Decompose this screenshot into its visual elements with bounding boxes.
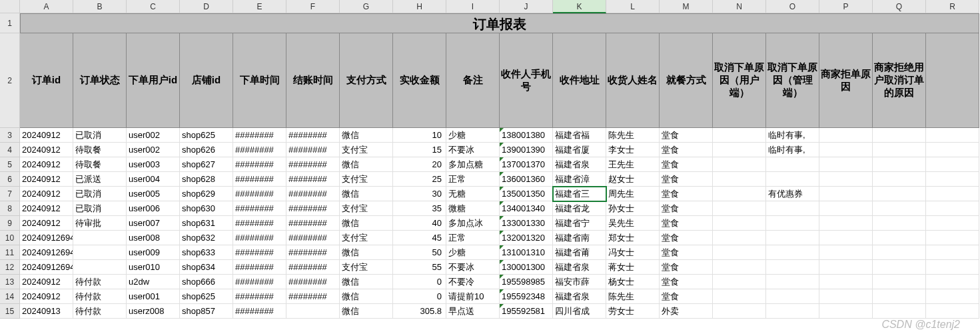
cell-15-D[interactable]: shop857 <box>180 304 233 319</box>
cell-10-F[interactable]: ######## <box>286 231 340 245</box>
cell-3-B[interactable]: 已取消 <box>73 128 127 143</box>
header-cell-4[interactable]: 下单时间 <box>233 33 286 128</box>
cell-14-F[interactable]: ######## <box>286 289 340 304</box>
cell-13-R[interactable] <box>926 275 979 289</box>
column-header-L[interactable]: L <box>606 0 660 13</box>
header-cell-11[interactable]: 收货人姓名 <box>606 33 660 128</box>
cell-3-D[interactable]: shop625 <box>180 128 233 143</box>
cell-5-A[interactable]: 20240912 <box>20 157 73 172</box>
cell-9-M[interactable]: 堂食 <box>660 216 713 231</box>
cell-3-G[interactable]: 微信 <box>340 128 393 143</box>
cell-6-K[interactable]: 福建省漳 <box>553 172 606 187</box>
cell-10-L[interactable]: 郑女士 <box>606 231 660 245</box>
cell-11-L[interactable]: 冯女士 <box>606 245 660 260</box>
cell-3-R[interactable] <box>926 128 979 143</box>
header-cell-15[interactable]: 商家拒单原因 <box>819 33 873 128</box>
cell-5-Q[interactable] <box>873 157 926 172</box>
cell-3-O[interactable]: 临时有事, <box>766 128 819 143</box>
row-header-13[interactable]: 13 <box>0 275 20 289</box>
cell-3-I[interactable]: 少糖 <box>446 128 500 143</box>
cell-12-O[interactable] <box>766 260 819 275</box>
cell-15-C[interactable]: userz008 <box>127 304 180 319</box>
cell-14-Q[interactable] <box>873 289 926 304</box>
cell-14-I[interactable]: 请提前10 <box>446 289 500 304</box>
cell-6-G[interactable]: 支付宝 <box>340 172 393 187</box>
cell-10-I[interactable]: 正常 <box>446 231 500 245</box>
cell-10-C[interactable]: user008 <box>127 231 180 245</box>
column-header-K[interactable]: K <box>553 0 606 13</box>
cell-6-E[interactable]: ######## <box>233 172 286 187</box>
cell-12-I[interactable]: 不要冰 <box>446 260 500 275</box>
cell-4-B[interactable]: 待取餐 <box>73 143 127 157</box>
cell-8-K[interactable]: 福建省龙 <box>553 201 606 216</box>
cell-12-L[interactable]: 蒋女士 <box>606 260 660 275</box>
cell-10-D[interactable]: shop632 <box>180 231 233 245</box>
cell-13-L[interactable]: 杨女士 <box>606 275 660 289</box>
cell-11-E[interactable]: ######## <box>233 245 286 260</box>
cell-12-R[interactable] <box>926 260 979 275</box>
cell-11-C[interactable]: user009 <box>127 245 180 260</box>
cell-14-P[interactable] <box>819 289 873 304</box>
cell-5-I[interactable]: 多加点糖 <box>446 157 500 172</box>
cell-8-A[interactable]: 20240912 <box>20 201 73 216</box>
header-cell-16[interactable]: 商家拒绝用户取消订单的原因 <box>873 33 926 128</box>
cell-9-C[interactable]: user007 <box>127 216 180 231</box>
cell-15-R[interactable] <box>926 304 979 319</box>
cell-9-O[interactable] <box>766 216 819 231</box>
cell-12-A[interactable]: 20240912694cf3e490 <box>20 260 73 275</box>
cell-9-J[interactable]: 133001330 <box>500 216 553 231</box>
header-cell-9[interactable]: 收件人手机号 <box>500 33 553 128</box>
cell-13-F[interactable]: ######## <box>286 275 340 289</box>
row-header-7[interactable]: 7 <box>0 187 20 201</box>
cell-8-P[interactable] <box>819 201 873 216</box>
cell-9-B[interactable]: 待审批 <box>73 216 127 231</box>
cell-10-P[interactable] <box>819 231 873 245</box>
cell-15-H[interactable]: 305.8 <box>393 304 446 319</box>
cell-6-B[interactable]: 已派送 <box>73 172 127 187</box>
cell-6-H[interactable]: 25 <box>393 172 446 187</box>
cell-11-G[interactable]: 微信 <box>340 245 393 260</box>
cell-13-G[interactable]: 微信 <box>340 275 393 289</box>
cell-4-E[interactable]: ######## <box>233 143 286 157</box>
cell-4-A[interactable]: 20240912 <box>20 143 73 157</box>
cell-5-B[interactable]: 待取餐 <box>73 157 127 172</box>
cell-8-O[interactable] <box>766 201 819 216</box>
cell-13-M[interactable]: 堂食 <box>660 275 713 289</box>
cell-12-F[interactable]: ######## <box>286 260 340 275</box>
cell-13-K[interactable]: 福安市薛 <box>553 275 606 289</box>
report-title[interactable]: 订单报表 <box>20 13 979 33</box>
cell-8-D[interactable]: shop630 <box>180 201 233 216</box>
cell-11-D[interactable]: shop633 <box>180 245 233 260</box>
cell-10-G[interactable]: 支付宝 <box>340 231 393 245</box>
cell-8-L[interactable]: 孙女士 <box>606 201 660 216</box>
select-all-corner[interactable] <box>0 0 20 13</box>
cell-10-B[interactable] <box>73 231 127 245</box>
header-cell-13[interactable]: 取消下单原因（用户端） <box>713 33 766 128</box>
column-header-E[interactable]: E <box>233 0 286 13</box>
header-cell-1[interactable]: 订单状态 <box>73 33 127 128</box>
cell-4-M[interactable]: 堂食 <box>660 143 713 157</box>
cell-3-F[interactable]: ######## <box>286 128 340 143</box>
cell-7-B[interactable]: 已取消 <box>73 187 127 201</box>
cell-3-M[interactable]: 堂食 <box>660 128 713 143</box>
column-header-H[interactable]: H <box>393 0 446 13</box>
cell-7-E[interactable]: ######## <box>233 187 286 201</box>
cell-14-H[interactable]: 0 <box>393 289 446 304</box>
cell-6-C[interactable]: user004 <box>127 172 180 187</box>
cell-10-O[interactable] <box>766 231 819 245</box>
header-cell-2[interactable]: 下单用户id <box>127 33 180 128</box>
cell-3-H[interactable]: 10 <box>393 128 446 143</box>
cell-11-H[interactable]: 50 <box>393 245 446 260</box>
row-header-2[interactable]: 2 <box>0 33 20 128</box>
cell-9-L[interactable]: 吴先生 <box>606 216 660 231</box>
cell-9-K[interactable]: 福建省宁 <box>553 216 606 231</box>
column-header-B[interactable]: B <box>73 0 127 13</box>
column-header-M[interactable]: M <box>660 0 713 13</box>
cell-3-P[interactable] <box>819 128 873 143</box>
cell-9-I[interactable]: 多加点冰 <box>446 216 500 231</box>
cell-4-G[interactable]: 支付宝 <box>340 143 393 157</box>
header-cell-7[interactable]: 实收金额 <box>393 33 446 128</box>
cell-10-A[interactable]: 20240912694cf3e490 <box>20 231 73 245</box>
cell-3-C[interactable]: user002 <box>127 128 180 143</box>
header-cell-5[interactable]: 结账时间 <box>286 33 340 128</box>
